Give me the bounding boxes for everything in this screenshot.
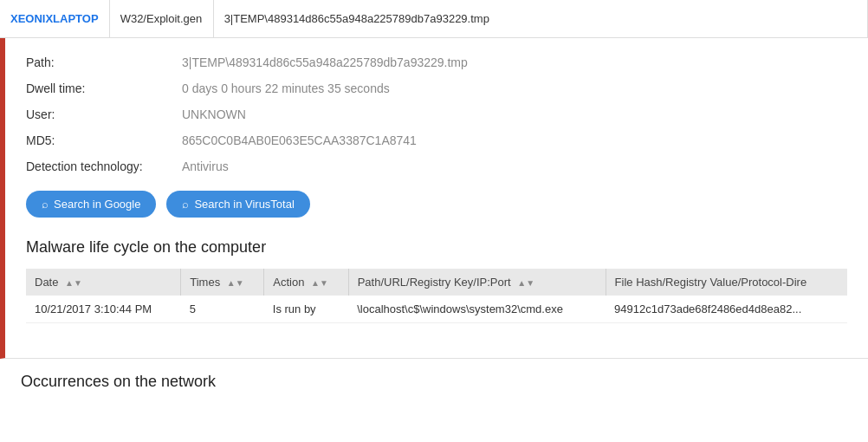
top-bar: XEONIXLAPTOP W32/Exploit.gen 3|TEMP\4893… — [0, 0, 868, 38]
dwell-time-label: Dwell time: — [26, 81, 182, 95]
path-label: Path: — [26, 55, 182, 69]
user-value: UNKNOWN — [182, 107, 246, 121]
dwell-time-value: 0 days 0 hours 22 minutes 35 seconds — [182, 81, 390, 95]
main-content: Path: 3|TEMP\489314d86c55a948a225789db7a… — [0, 38, 868, 359]
col-times[interactable]: Times ▲▼ — [181, 269, 264, 296]
malware-lifecycle-table: Date ▲▼ Times ▲▼ Action ▲▼ Path/URL/Regi… — [26, 269, 847, 323]
search-google-button[interactable]: ⌕ Search in Google — [26, 191, 156, 218]
file-path: 3|TEMP\489314d86c55a948a225789db7a93229.… — [214, 0, 868, 37]
path-row: Path: 3|TEMP\489314d86c55a948a225789db7a… — [26, 55, 847, 69]
search-buttons-group: ⌕ Search in Google ⌕ Search in VirusTota… — [26, 191, 847, 218]
detection-value: Antivirus — [182, 159, 229, 173]
table-header-row: Date ▲▼ Times ▲▼ Action ▲▼ Path/URL/Regi… — [26, 269, 847, 296]
table-row: 10/21/2017 3:10:44 PM 5 Is run by \local… — [26, 296, 847, 323]
user-row: User: UNKNOWN — [26, 107, 847, 121]
cell-times: 5 — [181, 296, 264, 323]
action-sort-icon: ▲▼ — [311, 278, 328, 288]
cell-action: Is run by — [264, 296, 348, 323]
search-virustotal-icon: ⌕ — [182, 198, 189, 211]
col-path[interactable]: Path/URL/Registry Key/IP:Port ▲▼ — [348, 269, 606, 296]
md5-label: MD5: — [26, 133, 182, 147]
occurrences-title: Occurrences on the network — [0, 359, 868, 391]
md5-value: 865C0C0B4AB0E063E5CAA3387C1A8741 — [182, 133, 417, 147]
cell-date: 10/21/2017 3:10:44 PM — [26, 296, 181, 323]
times-sort-icon: ▲▼ — [227, 278, 244, 288]
search-google-icon: ⌕ — [42, 198, 49, 211]
file-name: W32/Exploit.gen — [110, 0, 214, 37]
detection-label: Detection technology: — [26, 159, 182, 173]
malware-lifecycle-title: Malware life cycle on the computer — [26, 238, 847, 257]
md5-row: MD5: 865C0C0B4AB0E063E5CAA3387C1A8741 — [26, 133, 847, 147]
col-action[interactable]: Action ▲▼ — [264, 269, 348, 296]
search-virustotal-button[interactable]: ⌕ Search in VirusTotal — [166, 191, 309, 218]
path-value: 3|TEMP\489314d86c55a948a225789db7a93229.… — [182, 55, 468, 69]
col-hash[interactable]: File Hash/Registry Value/Protocol-Dire — [606, 269, 847, 296]
computer-name: XEONIXLAPTOP — [0, 0, 110, 37]
date-sort-icon: ▲▼ — [65, 278, 82, 288]
col-date[interactable]: Date ▲▼ — [26, 269, 181, 296]
user-label: User: — [26, 107, 182, 121]
cell-path: \localhost\c$\windows\system32\cmd.exe — [348, 296, 606, 323]
path-sort-icon: ▲▼ — [517, 278, 534, 288]
dwell-time-row: Dwell time: 0 days 0 hours 22 minutes 35… — [26, 81, 847, 95]
cell-hash: 94912c1d73ade68f2486ed4d8ea82... — [606, 296, 847, 323]
detection-row: Detection technology: Antivirus — [26, 159, 847, 173]
